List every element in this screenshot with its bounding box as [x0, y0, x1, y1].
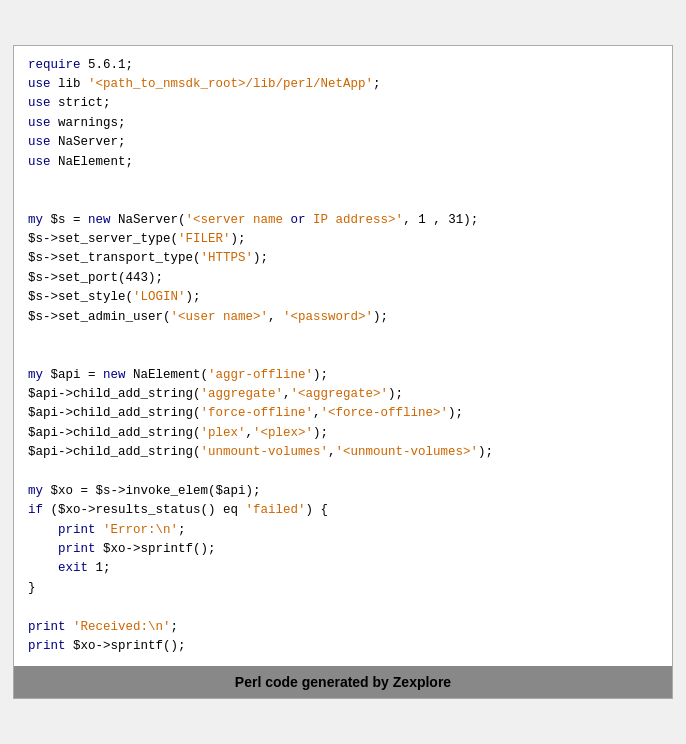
- code-line-7: my $s = new NaServer('<server name or IP…: [28, 211, 658, 230]
- code-line-19: if ($xo->results_status() eq 'failed') {: [28, 501, 658, 520]
- code-line-3: use strict;: [28, 94, 658, 113]
- code-line-8: $s->set_server_type('FILER');: [28, 230, 658, 249]
- code-line-1: require 5.6.1;: [28, 56, 658, 75]
- blank-6: [28, 598, 658, 617]
- blank-2: [28, 191, 658, 210]
- footer-label: Perl code generated by Zexplore: [14, 666, 672, 698]
- code-line-18: my $xo = $s->invoke_elem($api);: [28, 482, 658, 501]
- code-line-17: $api->child_add_string('unmount-volumes'…: [28, 443, 658, 462]
- code-line-14: $api->child_add_string('aggregate','<agg…: [28, 385, 658, 404]
- code-line-11: $s->set_style('LOGIN');: [28, 288, 658, 307]
- code-line-13: my $api = new NaElement('aggr-offline');: [28, 366, 658, 385]
- code-line-6: use NaElement;: [28, 153, 658, 172]
- code-line-15: $api->child_add_string('force-offline','…: [28, 404, 658, 423]
- code-line-24: print 'Received:\n';: [28, 618, 658, 637]
- code-line-21: print $xo->sprintf();: [28, 540, 658, 559]
- code-line-20: print 'Error:\n';: [28, 521, 658, 540]
- blank-1: [28, 172, 658, 191]
- main-container: require 5.6.1; use lib '<path_to_nmsdk_r…: [13, 45, 673, 700]
- code-line-12: $s->set_admin_user('<user name>', '<pass…: [28, 308, 658, 327]
- blank-4: [28, 346, 658, 365]
- code-line-16: $api->child_add_string('plex','<plex>');: [28, 424, 658, 443]
- blank-5: [28, 463, 658, 482]
- code-line-9: $s->set_transport_type('HTTPS');: [28, 249, 658, 268]
- code-line-23: }: [28, 579, 658, 598]
- code-line-4: use warnings;: [28, 114, 658, 133]
- code-line-2: use lib '<path_to_nmsdk_root>/lib/perl/N…: [28, 75, 658, 94]
- code-block: require 5.6.1; use lib '<path_to_nmsdk_r…: [14, 46, 672, 667]
- code-line-25: print $xo->sprintf();: [28, 637, 658, 656]
- blank-3: [28, 327, 658, 346]
- code-line-5: use NaServer;: [28, 133, 658, 152]
- code-line-22: exit 1;: [28, 559, 658, 578]
- code-line-10: $s->set_port(443);: [28, 269, 658, 288]
